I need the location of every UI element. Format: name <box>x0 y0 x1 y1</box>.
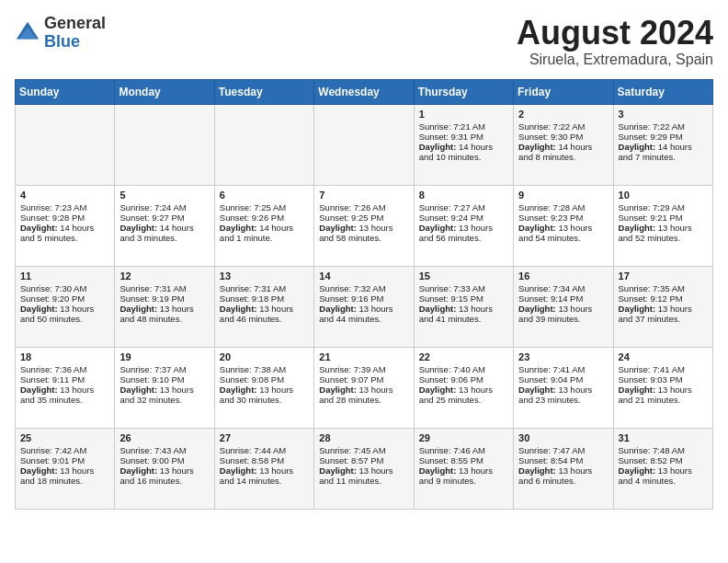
calendar-header: SundayMondayTuesdayWednesdayThursdayFrid… <box>16 79 713 104</box>
daylight-hours: Daylight: 13 hours <box>419 385 493 395</box>
weekday-header-saturday: Saturday <box>613 79 712 104</box>
calendar-cell: 19Sunrise: 7:37 AMSunset: 9:10 PMDayligh… <box>115 347 214 428</box>
calendar-cell: 6Sunrise: 7:25 AMSunset: 9:26 PMDaylight… <box>214 185 313 266</box>
daylight-hours: Daylight: 13 hours <box>619 385 692 395</box>
logo: General Blue <box>15 15 106 52</box>
day-number: 26 <box>119 432 209 443</box>
daylight-hours: Daylight: 13 hours <box>319 465 392 476</box>
day-number: 30 <box>518 432 608 443</box>
calendar-cell: 12Sunrise: 7:31 AMSunset: 9:19 PMDayligh… <box>115 266 214 347</box>
daylight-hours: Daylight: 13 hours <box>119 465 193 476</box>
daylight-hours: Daylight: 14 hours <box>518 142 592 152</box>
calendar-cell <box>115 104 214 185</box>
calendar-body: 1Sunrise: 7:21 AMSunset: 9:31 PMDaylight… <box>16 104 713 509</box>
daylight-hours: Daylight: 14 hours <box>20 223 94 233</box>
calendar-week-4: 18Sunrise: 7:36 AMSunset: 9:11 PMDayligh… <box>16 347 713 428</box>
daylight-hours: Daylight: 13 hours <box>518 465 592 476</box>
daylight-hours: Daylight: 13 hours <box>518 223 592 233</box>
logo-blue-text: Blue <box>44 32 80 51</box>
day-number: 1 <box>419 109 508 120</box>
daylight-hours: Daylight: 14 hours <box>619 142 692 152</box>
calendar-week-2: 4Sunrise: 7:23 AMSunset: 9:28 PMDaylight… <box>16 185 713 266</box>
daylight-hours: Daylight: 13 hours <box>220 465 293 476</box>
daylight-hours: Daylight: 13 hours <box>518 304 592 314</box>
daylight-hours: Daylight: 13 hours <box>619 304 692 314</box>
day-number: 27 <box>220 432 309 443</box>
calendar-cell: 20Sunrise: 7:38 AMSunset: 9:08 PMDayligh… <box>214 347 313 428</box>
daylight-hours: Daylight: 14 hours <box>119 223 193 233</box>
calendar-cell: 11Sunrise: 7:30 AMSunset: 9:20 PMDayligh… <box>16 266 115 347</box>
logo-icon <box>15 20 40 46</box>
calendar-cell: 5Sunrise: 7:24 AMSunset: 9:27 PMDaylight… <box>115 185 214 266</box>
day-number: 2 <box>518 109 608 120</box>
weekday-header-thursday: Thursday <box>414 79 513 104</box>
day-number: 23 <box>518 351 608 362</box>
day-number: 17 <box>619 270 708 282</box>
daylight-hours: Daylight: 13 hours <box>20 304 94 314</box>
title-block: August 2024 Siruela, Extremadura, Spain <box>517 15 713 68</box>
calendar-cell: 3Sunrise: 7:22 AMSunset: 9:29 PMDaylight… <box>613 104 712 185</box>
logo-general-text: General <box>44 14 106 32</box>
day-number: 21 <box>319 351 408 362</box>
daylight-hours: Daylight: 13 hours <box>419 465 493 476</box>
calendar-cell: 31Sunrise: 7:48 AMSunset: 8:52 PMDayligh… <box>613 428 712 509</box>
daylight-hours: Daylight: 13 hours <box>518 385 592 395</box>
day-number: 16 <box>518 270 608 282</box>
calendar-cell: 4Sunrise: 7:23 AMSunset: 9:28 PMDaylight… <box>16 185 115 266</box>
day-number: 24 <box>619 351 708 362</box>
calendar-week-3: 11Sunrise: 7:30 AMSunset: 9:20 PMDayligh… <box>16 266 713 347</box>
day-number: 3 <box>619 109 708 120</box>
day-number: 9 <box>518 190 608 201</box>
day-number: 6 <box>220 190 309 201</box>
daylight-hours: Daylight: 13 hours <box>20 385 94 395</box>
daylight-hours: Daylight: 13 hours <box>119 304 193 314</box>
calendar-cell: 16Sunrise: 7:34 AMSunset: 9:14 PMDayligh… <box>514 266 613 347</box>
weekday-header-friday: Friday <box>514 79 613 104</box>
weekday-header-monday: Monday <box>115 79 214 104</box>
weekday-header-row: SundayMondayTuesdayWednesdayThursdayFrid… <box>16 79 713 104</box>
calendar-week-1: 1Sunrise: 7:21 AMSunset: 9:31 PMDaylight… <box>16 104 713 185</box>
day-number: 12 <box>119 270 209 282</box>
day-number: 14 <box>319 270 408 282</box>
calendar-cell <box>214 104 313 185</box>
calendar-cell <box>16 104 115 185</box>
calendar-cell: 2Sunrise: 7:22 AMSunset: 9:30 PMDaylight… <box>514 104 613 185</box>
day-number: 29 <box>419 432 508 443</box>
calendar-cell: 29Sunrise: 7:46 AMSunset: 8:55 PMDayligh… <box>414 428 513 509</box>
calendar-cell: 25Sunrise: 7:42 AMSunset: 9:01 PMDayligh… <box>16 428 115 509</box>
daylight-hours: Daylight: 13 hours <box>419 304 493 314</box>
day-number: 7 <box>319 190 408 201</box>
day-number: 5 <box>119 190 209 201</box>
calendar-cell: 27Sunrise: 7:44 AMSunset: 8:58 PMDayligh… <box>214 428 313 509</box>
location-subtitle: Siruela, Extremadura, Spain <box>517 52 713 68</box>
weekday-header-wednesday: Wednesday <box>314 79 414 104</box>
daylight-hours: Daylight: 13 hours <box>319 385 392 395</box>
calendar-cell: 15Sunrise: 7:33 AMSunset: 9:15 PMDayligh… <box>414 266 513 347</box>
daylight-hours: Daylight: 13 hours <box>619 465 692 476</box>
day-number: 10 <box>619 190 708 201</box>
day-number: 28 <box>319 432 408 443</box>
day-number: 25 <box>20 432 109 443</box>
daylight-hours: Daylight: 13 hours <box>119 385 193 395</box>
day-number: 11 <box>20 270 109 282</box>
day-number: 18 <box>20 351 109 362</box>
weekday-header-sunday: Sunday <box>16 79 115 104</box>
calendar-cell: 10Sunrise: 7:29 AMSunset: 9:21 PMDayligh… <box>613 185 712 266</box>
daylight-hours: Daylight: 13 hours <box>319 223 392 233</box>
daylight-hours: Daylight: 13 hours <box>319 304 392 314</box>
day-number: 13 <box>220 270 309 282</box>
calendar-cell <box>314 104 414 185</box>
calendar-cell: 30Sunrise: 7:47 AMSunset: 8:54 PMDayligh… <box>514 428 613 509</box>
daylight-hours: Daylight: 14 hours <box>220 223 293 233</box>
day-number: 20 <box>220 351 309 362</box>
calendar-cell: 24Sunrise: 7:41 AMSunset: 9:03 PMDayligh… <box>613 347 712 428</box>
calendar-table: SundayMondayTuesdayWednesdayThursdayFrid… <box>15 79 713 510</box>
day-number: 31 <box>619 432 708 443</box>
calendar-cell: 13Sunrise: 7:31 AMSunset: 9:18 PMDayligh… <box>214 266 313 347</box>
calendar-cell: 8Sunrise: 7:27 AMSunset: 9:24 PMDaylight… <box>414 185 513 266</box>
day-number: 8 <box>419 190 508 201</box>
daylight-hours: Daylight: 14 hours <box>419 142 493 152</box>
month-title: August 2024 <box>517 15 713 52</box>
daylight-hours: Daylight: 13 hours <box>220 385 293 395</box>
daylight-hours: Daylight: 13 hours <box>220 304 293 314</box>
